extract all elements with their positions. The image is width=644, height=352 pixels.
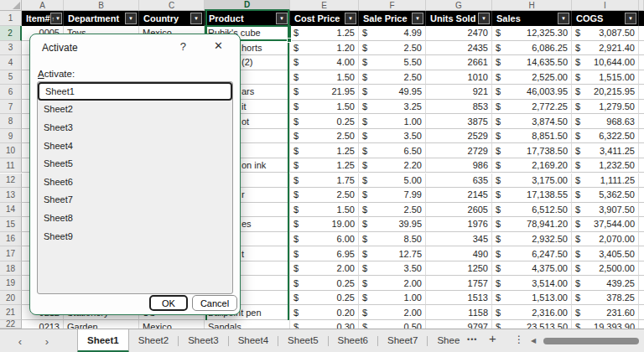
- cell-sale[interactable]: $2.00: [359, 276, 426, 291]
- cell-cogs[interactable]: $37,544.00: [572, 217, 639, 232]
- cell-sale[interactable]: $4.99: [359, 26, 426, 41]
- cell-sales[interactable]: $12,325.30: [492, 26, 572, 41]
- cell-units[interactable]: 921: [426, 85, 492, 100]
- cell-department[interactable]: Garden: [64, 320, 139, 329]
- sheet-listbox[interactable]: Sheet1Sheet2Sheet3Sheet4Sheet5Sheet6Shee…: [37, 81, 233, 294]
- cell-units[interactable]: 1010: [426, 70, 492, 85]
- header-cell-units[interactable]: Units Sold▼: [426, 11, 492, 26]
- cell-cogs[interactable]: $439.25: [572, 276, 639, 291]
- cell-cogs[interactable]: $2,500.00: [572, 261, 639, 277]
- tab-sheet2[interactable]: Sheet2: [129, 329, 178, 352]
- cell-cogs[interactable]: $19,393.90: [572, 320, 639, 329]
- cell-sales[interactable]: $6,086.25: [492, 41, 572, 56]
- cell-sales[interactable]: $2,932.50: [492, 232, 572, 247]
- cell-cost[interactable]: $1.25: [290, 143, 359, 158]
- tabs-scroll-left-icon[interactable]: ‹: [12, 329, 29, 352]
- cell-sale[interactable]: $2.20: [359, 158, 426, 173]
- row-number-6[interactable]: 6: [0, 85, 22, 100]
- cell-cogs[interactable]: $378.25: [572, 291, 639, 306]
- row-number-1[interactable]: 1: [0, 11, 22, 26]
- cell-cogs[interactable]: $968.63: [572, 114, 639, 129]
- cell-cost[interactable]: $0.30: [290, 320, 359, 329]
- cell-units[interactable]: 1513: [426, 291, 492, 306]
- sort-filter-icon[interactable]: ↑▼: [50, 13, 62, 24]
- cell-sale[interactable]: $3.50: [359, 261, 426, 277]
- tab-sheet1[interactable]: Sheet1: [77, 329, 129, 352]
- filter-dropdown-icon[interactable]: ▼: [276, 13, 288, 24]
- cell-sales[interactable]: $4,375.00: [492, 261, 572, 277]
- ok-button[interactable]: OK: [149, 295, 188, 311]
- cell-sale[interactable]: $1.00: [359, 114, 426, 129]
- filter-dropdown-icon[interactable]: ▼: [125, 13, 137, 24]
- tab-overflow-icon[interactable]: •••: [467, 335, 477, 344]
- row-number-21[interactable]: 21: [0, 305, 22, 320]
- filter-dropdown-icon[interactable]: ▼: [190, 13, 202, 24]
- row-number-9[interactable]: 9: [0, 129, 22, 144]
- row-number-11[interactable]: 11: [0, 158, 22, 173]
- cell-cost[interactable]: $2.50: [290, 188, 359, 203]
- sheet-option-sheet7[interactable]: Sheet7: [38, 191, 232, 210]
- sheet-option-sheet5[interactable]: Sheet5: [38, 154, 232, 173]
- filter-dropdown-icon[interactable]: ▼: [345, 13, 356, 24]
- tab-sheet4[interactable]: Sheet4: [229, 329, 278, 352]
- row-number-12[interactable]: 12: [0, 173, 22, 189]
- sheet-option-sheet6[interactable]: Sheet6: [38, 173, 232, 191]
- cell-sale[interactable]: $5.50: [359, 55, 426, 70]
- cell-cost[interactable]: $0.25: [290, 276, 359, 291]
- cell-country[interactable]: Mexico: [139, 320, 205, 329]
- cell-cost[interactable]: $0.20: [290, 305, 359, 320]
- cell-sales[interactable]: $14,635.50: [492, 55, 572, 70]
- sheet-option-sheet1[interactable]: Sheet1: [38, 82, 232, 101]
- cell-sale[interactable]: $5.00: [359, 173, 426, 189]
- cell-cogs[interactable]: $3,907.50: [572, 203, 639, 218]
- column-letter-B[interactable]: B: [64, 0, 139, 11]
- cell-units[interactable]: 635: [426, 173, 492, 189]
- cell-cost[interactable]: $1.50: [290, 203, 359, 218]
- cell-cost[interactable]: $1.50: [290, 70, 359, 85]
- cell-units[interactable]: 345: [426, 232, 492, 247]
- cell-cogs[interactable]: $1,232.50: [572, 158, 639, 173]
- cell-cogs[interactable]: $2,921.40: [572, 41, 639, 56]
- cell-sale[interactable]: $2.50: [359, 41, 426, 56]
- row-number-15[interactable]: 15: [0, 217, 22, 232]
- cell-cost[interactable]: $19.00: [290, 217, 359, 232]
- cell-sales[interactable]: $2,772.25: [492, 100, 572, 115]
- cell-units[interactable]: 2529: [426, 129, 492, 144]
- sheet-option-sheet3[interactable]: Sheet3: [38, 118, 232, 137]
- row-number-8[interactable]: 8: [0, 114, 22, 129]
- cell-units[interactable]: 1250: [426, 261, 492, 277]
- fill-handle[interactable]: [287, 38, 292, 43]
- new-sheet-icon[interactable]: +: [489, 331, 496, 345]
- filter-dropdown-icon[interactable]: ▼: [558, 13, 569, 24]
- cell-cogs[interactable]: $2,070.00: [572, 232, 639, 247]
- cell-sale[interactable]: $0.50: [359, 320, 426, 329]
- cell-cost[interactable]: $4.00: [290, 55, 359, 70]
- column-letter-G[interactable]: G: [426, 0, 492, 11]
- cell-sale[interactable]: $12.75: [359, 246, 426, 261]
- row-number-18[interactable]: 18: [0, 261, 22, 277]
- cell-sales[interactable]: $6,247.50: [492, 246, 572, 261]
- cell-cogs[interactable]: $20,215.95: [572, 85, 639, 100]
- cell-cogs[interactable]: $6,322.50: [572, 129, 639, 144]
- header-cell-sale[interactable]: Sale Price▼: [359, 11, 426, 26]
- cell-cost[interactable]: $1.20: [290, 41, 359, 56]
- cell-units[interactable]: 9797: [426, 320, 492, 329]
- cell-units[interactable]: 490: [426, 246, 492, 261]
- header-cell-department[interactable]: Department▼: [64, 11, 139, 26]
- cell-sale[interactable]: $8.50: [359, 232, 426, 247]
- cell-units[interactable]: 2729: [426, 143, 492, 158]
- cell-sale[interactable]: $39.95: [359, 217, 426, 232]
- filter-dropdown-icon[interactable]: ▼: [412, 13, 423, 24]
- column-letter-E[interactable]: E: [290, 0, 359, 11]
- column-letter-F[interactable]: F: [359, 0, 426, 11]
- cell-sales[interactable]: $1,513.00: [492, 291, 572, 306]
- tabs-scroll-right-icon[interactable]: ›: [39, 329, 55, 352]
- cell-sales[interactable]: $2,316.00: [492, 305, 572, 320]
- row-number-5[interactable]: 5: [0, 70, 22, 85]
- sheet-option-sheet9[interactable]: Sheet9: [38, 227, 232, 246]
- sheet-option-sheet2[interactable]: Sheet2: [38, 101, 232, 119]
- cell-sales[interactable]: $3,175.00: [492, 173, 572, 189]
- cell-cost[interactable]: $6.95: [290, 246, 359, 261]
- cell-cogs[interactable]: $231.60: [572, 305, 639, 320]
- cell-sale[interactable]: $3.25: [359, 100, 426, 115]
